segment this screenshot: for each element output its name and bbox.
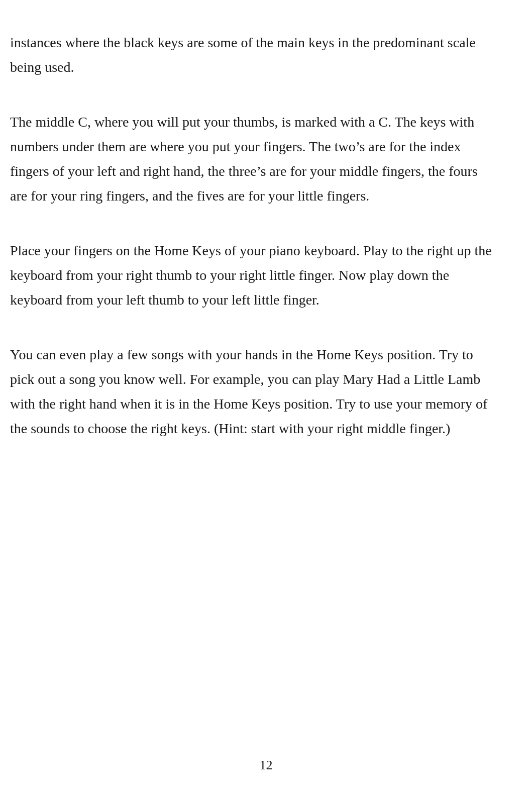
paragraph-1-text: instances where the black keys are some … xyxy=(10,30,492,79)
paragraph-3-text: Place your fingers on the Home Keys of y… xyxy=(10,238,492,312)
paragraph-4: You can even play a few songs with your … xyxy=(10,342,492,441)
page-container: instances where the black keys are some … xyxy=(0,0,532,798)
page-number: 12 xyxy=(260,758,273,773)
paragraph-3: Place your fingers on the Home Keys of y… xyxy=(10,238,492,312)
paragraph-4-text: You can even play a few songs with your … xyxy=(10,342,492,441)
paragraph-2-text: The middle C, where you will put your th… xyxy=(10,110,492,208)
paragraph-2: The middle C, where you will put your th… xyxy=(10,110,492,208)
paragraph-1: instances where the black keys are some … xyxy=(10,30,492,79)
